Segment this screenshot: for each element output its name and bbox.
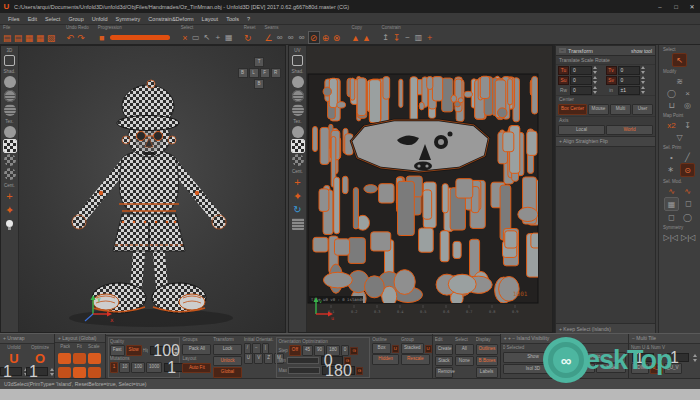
wireframe-mode-icon[interactable] bbox=[4, 90, 16, 102]
unwrap-header[interactable]: + Unwrap bbox=[0, 334, 54, 344]
stop-icon[interactable]: ■ bbox=[97, 32, 107, 44]
lasso-sel-icon[interactable]: ◯ bbox=[681, 211, 694, 223]
scale2-button[interactable] bbox=[88, 367, 101, 378]
num-u-field[interactable]: 1 bbox=[632, 353, 654, 362]
su-field[interactable]: 0 bbox=[570, 76, 592, 85]
box-button[interactable]: Box bbox=[372, 343, 391, 354]
max-g-toggle[interactable]: G bbox=[356, 367, 363, 375]
copy-uv-icon[interactable]: ▲ bbox=[351, 32, 361, 44]
view-front-button[interactable]: F bbox=[260, 68, 270, 78]
quality-slow-button[interactable]: Slow bbox=[126, 345, 142, 356]
min-slider[interactable] bbox=[287, 357, 319, 364]
viewport-uv[interactable]: UV Shad. Tex. Cent. + ✦ ↻ tile u0 v0 : 0… bbox=[288, 45, 553, 333]
uv-shaded-mode-icon[interactable] bbox=[292, 76, 304, 88]
bubble-sel-icon[interactable]: ◻ bbox=[682, 197, 695, 209]
view-left-button[interactable]: L bbox=[249, 68, 259, 78]
quality-value[interactable]: 100 bbox=[150, 346, 172, 355]
checker-texture-icon[interactable] bbox=[4, 140, 16, 152]
cursor-icon[interactable]: ↖ bbox=[202, 32, 212, 44]
center-star-icon[interactable]: ✦ bbox=[4, 204, 16, 216]
sv-field[interactable]: 0 bbox=[618, 76, 640, 85]
pack-button[interactable] bbox=[58, 353, 71, 364]
add-obj-icon[interactable]: ▤ bbox=[13, 32, 23, 44]
seam-erase-icon[interactable]: ⊗ bbox=[332, 32, 342, 44]
viewport-3d[interactable]: 3D Shad. Tex. Cent. + ✦ T B L F R B bbox=[0, 45, 286, 333]
hidden-button[interactable]: Hidden bbox=[372, 354, 399, 365]
step-g-toggle[interactable]: G bbox=[350, 347, 357, 355]
mutations-10-button[interactable]: 10 bbox=[119, 362, 130, 373]
labels-button[interactable]: Labels bbox=[476, 367, 498, 378]
sym-left-icon[interactable]: ▷|◁ bbox=[664, 231, 678, 243]
quality-spinner[interactable] bbox=[174, 347, 178, 355]
sv-spinner[interactable] bbox=[641, 76, 646, 84]
create-button[interactable]: Create bbox=[435, 344, 453, 355]
user-button[interactable]: User bbox=[632, 104, 653, 115]
quality-fast-button[interactable]: Fast bbox=[110, 345, 125, 356]
menu-item-tools[interactable]: Tools bbox=[226, 16, 239, 22]
save-icon[interactable]: ▦ bbox=[24, 32, 34, 44]
axis-z-button[interactable]: Z bbox=[264, 353, 273, 364]
pin-icon[interactable]: ↧ bbox=[681, 119, 694, 131]
box-sel-icon[interactable]: ◻ bbox=[665, 211, 678, 223]
angle-seam-icon[interactable]: ∠ bbox=[264, 32, 274, 44]
lock-button[interactable]: Lock bbox=[213, 344, 242, 355]
step-45-button[interactable]: 45 bbox=[302, 345, 313, 356]
optimize-iterations[interactable]: 1 bbox=[26, 367, 48, 376]
axis-v-button[interactable]: V bbox=[254, 353, 263, 364]
loop-seam-icon[interactable]: ∞ bbox=[275, 32, 285, 44]
global-button[interactable]: Global bbox=[213, 367, 242, 378]
tile-grid-icon[interactable]: ▥ bbox=[414, 32, 424, 44]
multi-button[interactable]: Multi bbox=[610, 104, 631, 115]
mouse-button[interactable]: Mouse bbox=[588, 104, 609, 115]
dash-icon[interactable]: − bbox=[403, 32, 413, 44]
light-icon[interactable] bbox=[6, 220, 13, 227]
undo-icon[interactable]: ↶ bbox=[65, 32, 75, 44]
axis-u-button[interactable]: U bbox=[244, 353, 253, 364]
poly-prim-icon[interactable]: ∗ bbox=[664, 163, 677, 175]
uv-grid-icon[interactable] bbox=[292, 218, 304, 230]
uv-no-texture-icon[interactable] bbox=[292, 126, 304, 138]
all-button[interactable]: All bbox=[455, 344, 473, 355]
in-spinner[interactable] bbox=[641, 86, 646, 94]
circle-tool-icon[interactable]: ◯ bbox=[665, 87, 678, 99]
reset-icon[interactable]: ↻ bbox=[243, 32, 253, 44]
box-center-button[interactable]: Box Center bbox=[558, 104, 587, 115]
menu-item-layout[interactable]: Layout bbox=[202, 16, 219, 22]
paste-uv-icon[interactable]: ▲ bbox=[362, 32, 372, 44]
uv-wireframe-mode-icon[interactable] bbox=[292, 90, 304, 102]
isol-button[interactable]: Isol bbox=[565, 363, 595, 374]
in-field[interactable]: ±1 bbox=[618, 86, 640, 95]
orient-dash-button[interactable]: − bbox=[252, 343, 261, 354]
menu-item-constrain-deform[interactable]: Constrain&Deform bbox=[148, 16, 193, 22]
unfold-iterations[interactable]: 1 bbox=[0, 367, 22, 376]
sym-right-icon[interactable]: ▷|◁ bbox=[681, 231, 695, 243]
hide-button[interactable]: Hide bbox=[596, 363, 626, 374]
close-button[interactable]: ✕ bbox=[684, 3, 700, 10]
export-icon[interactable]: ▧ bbox=[46, 32, 56, 44]
redo-icon[interactable]: ↷ bbox=[76, 32, 86, 44]
stack-button[interactable]: Stack bbox=[435, 356, 453, 367]
uv-islands-canvas[interactable]: tile u0 v0 : 0 islands10010.10.20.30.40.… bbox=[289, 46, 553, 333]
point-prim-icon[interactable]: • bbox=[665, 151, 678, 163]
tu-field[interactable]: 0 bbox=[570, 66, 592, 75]
show-button[interactable]: Show bbox=[503, 352, 564, 363]
uv-checker-small-icon[interactable] bbox=[292, 154, 304, 166]
delete-icon[interactable]: × bbox=[180, 32, 190, 44]
o-shape-icon[interactable]: ◎ bbox=[681, 99, 694, 111]
uv-upper-button[interactable]: _U_V bbox=[664, 363, 682, 374]
mutations-100-button[interactable]: 100 bbox=[131, 362, 145, 373]
fit2-button[interactable] bbox=[73, 367, 86, 378]
uv-lower-button[interactable]: u_v bbox=[650, 363, 663, 374]
uv-checker-texture-icon[interactable] bbox=[292, 140, 304, 152]
step-0-button[interactable]: 0 bbox=[341, 345, 350, 356]
transform-panel-header[interactable]: − Transform show tool bbox=[556, 46, 655, 56]
u-shape-icon[interactable]: ⊔ bbox=[665, 99, 678, 111]
brush-flag-icon[interactable]: ≋ bbox=[673, 75, 686, 87]
loop-seam3-icon[interactable]: ∞ bbox=[297, 32, 307, 44]
none-button[interactable]: None bbox=[455, 356, 473, 367]
menu-item-edit[interactable]: Edit bbox=[28, 16, 37, 22]
checker-small-icon[interactable] bbox=[4, 154, 16, 166]
loop-seam2-icon[interactable]: ∞ bbox=[286, 32, 296, 44]
x2-button[interactable]: x2 bbox=[665, 119, 678, 131]
flat-mode-icon[interactable] bbox=[4, 104, 16, 116]
